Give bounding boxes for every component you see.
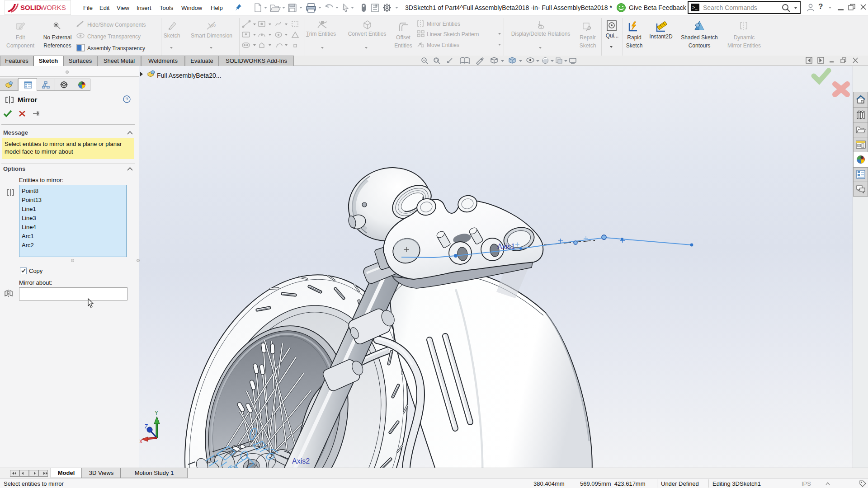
svg-text:Axis1: Axis1: [497, 243, 515, 250]
svg-text:Axis2: Axis2: [292, 457, 310, 465]
svg-text:60: 60: [211, 23, 216, 28]
svg-text:Y: Y: [155, 410, 158, 416]
svg-text:WORKS: WORKS: [40, 4, 66, 11]
svg-text:Full AssemblyBeta20...: Full AssemblyBeta20...: [157, 72, 221, 79]
svg-text:Z: Z: [145, 423, 148, 430]
svg-text:?: ?: [126, 97, 128, 102]
svg-text:SOLID: SOLID: [20, 4, 41, 11]
svg-text:X: X: [139, 439, 143, 444]
